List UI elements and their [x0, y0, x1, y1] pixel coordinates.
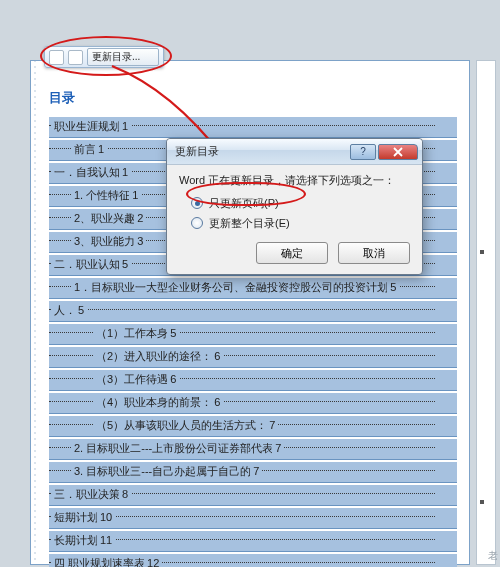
vertical-ruler — [34, 60, 36, 560]
toc-entry-page: 8 — [119, 488, 131, 500]
toc-entry-text: 一．自我认知 — [51, 163, 123, 181]
toc-entry[interactable]: 职业生涯规划1 — [49, 117, 457, 138]
toc-entry-text: 三．职业决策 — [51, 485, 123, 503]
toc-entry-text: 2、职业兴趣 — [71, 209, 138, 227]
toc-entry-page: 6 — [167, 373, 179, 385]
toc-entry-page: 7 — [272, 442, 284, 454]
toc-entry[interactable]: （2）进入职业的途径：6 — [49, 347, 457, 368]
toc-entry[interactable]: （3）工作待遇6 — [49, 370, 457, 391]
radio-label: 更新整个目录(E) — [209, 216, 290, 231]
toc-options-icon[interactable] — [49, 50, 64, 65]
toc-entry-page: 5 — [119, 258, 131, 270]
document-icon[interactable] — [68, 50, 83, 65]
toc-entry-page: 2 — [134, 212, 146, 224]
toc-entry[interactable]: （4）职业本身的前景：6 — [49, 393, 457, 414]
toc-entry-page: 12 — [144, 557, 162, 567]
update-toc-button[interactable]: 更新目录... — [87, 48, 159, 66]
toc-entry-text: （2）进入职业的途径： — [93, 347, 215, 365]
toc-entry-text: （1）工作本身 — [93, 324, 171, 342]
page-mark-icon — [480, 500, 484, 504]
toc-entry-page: 1 — [129, 189, 141, 201]
next-page-sliver — [476, 60, 496, 565]
ok-button[interactable]: 确定 — [256, 242, 328, 264]
toc-entry[interactable]: 四 职业规划速率表12 — [49, 554, 457, 567]
help-button[interactable]: ? — [350, 144, 376, 160]
toc-entry-page: 7 — [266, 419, 278, 431]
radio-label: 只更新页码(P) — [209, 196, 279, 211]
dialog-title-text: 更新目录 — [175, 144, 219, 159]
close-icon — [392, 147, 404, 157]
radio-update-page-numbers[interactable]: 只更新页码(P) — [191, 194, 410, 212]
toc-entry-page: 5 — [75, 304, 87, 316]
toc-entry-text: 二．职业认知 — [51, 255, 123, 273]
toc-entry[interactable]: 短期计划10 — [49, 508, 457, 529]
radio-update-entire-toc[interactable]: 更新整个目录(E) — [191, 214, 410, 232]
radio-icon — [191, 217, 203, 229]
toc-entry-page: 1 — [119, 166, 131, 178]
toc-entry-page: 5 — [167, 327, 179, 339]
toc-entry-page: 6 — [211, 350, 223, 362]
toc-entry-text: 3. 目标职业三---自己办起属于自己的 — [71, 462, 254, 480]
toc-context-toolbar: 更新目录... — [44, 46, 164, 68]
document-page: 目录 职业生涯规划1前言1一．自我认知11. 个性特征12、职业兴趣23、职业能… — [30, 60, 470, 565]
page-mark-icon — [480, 250, 484, 254]
toc-entry-text: 长期计划 — [51, 531, 101, 549]
toc-entry[interactable]: 长期计划11 — [49, 531, 457, 552]
cancel-button[interactable]: 取消 — [338, 242, 410, 264]
toc-entry-text: 短期计划 — [51, 508, 101, 526]
update-toc-dialog: 更新目录 ? Word 正在更新目录，请选择下列选项之一： 只更新页码(P) 更… — [166, 138, 423, 275]
toc-entry-text: 1．目标职业一大型企业财务公司、金融投资控股公司的投资计划 — [71, 278, 391, 296]
dialog-titlebar[interactable]: 更新目录 ? — [167, 139, 422, 165]
toc-entry-text: 职业生涯规划 — [51, 117, 123, 135]
radio-icon — [191, 197, 203, 209]
toc-entry[interactable]: 1．目标职业一大型企业财务公司、金融投资控股公司的投资计划5 — [49, 278, 457, 299]
toc-entry-text: 1. 个性特征 — [71, 186, 133, 204]
toc-entry-page: 7 — [250, 465, 262, 477]
toc-entry-page: 3 — [134, 235, 146, 247]
watermark-text: 老 — [488, 549, 498, 563]
toc-entry-page: 6 — [211, 396, 223, 408]
toc-entry[interactable]: 人．5 — [49, 301, 457, 322]
toc-entry-page: 10 — [97, 511, 115, 523]
toc-entry-page: 1 — [95, 143, 107, 155]
toc-entry[interactable]: 2. 目标职业二---上市股份公司证券部代表7 — [49, 439, 457, 460]
toc-entry-text: 3、职业能力 — [71, 232, 138, 250]
toc-entry-page: 1 — [119, 120, 131, 132]
toc-entry[interactable]: 3. 目标职业三---自己办起属于自己的7 — [49, 462, 457, 483]
toc-entry-text: 四 职业规划速率表 — [51, 554, 148, 567]
toc-entry-text: （4）职业本身的前景： — [93, 393, 215, 411]
toc-entry[interactable]: （1）工作本身5 — [49, 324, 457, 345]
toc-heading: 目录 — [49, 89, 457, 107]
toc-entry-page: 5 — [387, 281, 399, 293]
toc-entry-text: （5）从事该职业人员的生活方式： — [93, 416, 270, 434]
toc-entry[interactable]: 三．职业决策8 — [49, 485, 457, 506]
dialog-prompt-text: Word 正在更新目录，请选择下列选项之一： — [179, 173, 410, 188]
close-button[interactable] — [378, 144, 418, 160]
toc-entry-page: 11 — [97, 534, 115, 546]
toc-entry-text: （3）工作待遇 — [93, 370, 171, 388]
toc-entry-text: 2. 目标职业二---上市股份公司证券部代表 — [71, 439, 276, 457]
toc-entry[interactable]: （5）从事该职业人员的生活方式：7 — [49, 416, 457, 437]
